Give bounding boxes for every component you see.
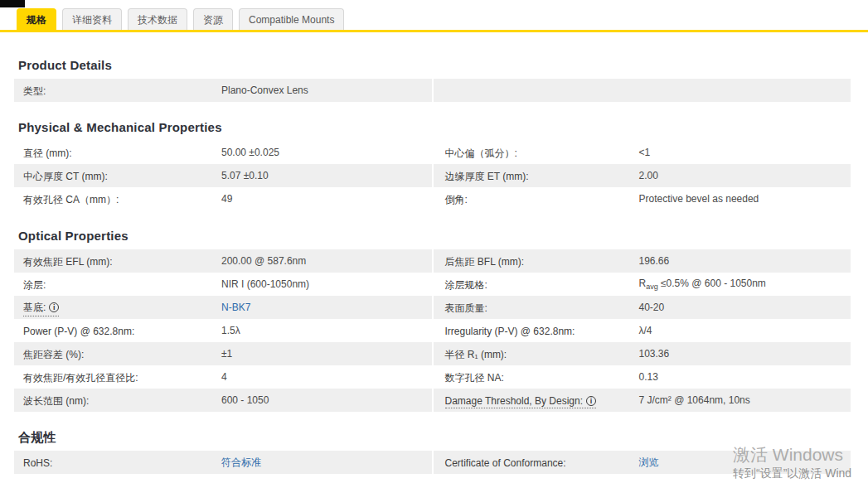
spec-cell: 涂层规格: Ravg ≤0.5% @ 600 - 1050nm: [434, 273, 851, 296]
tab-resources[interactable]: 资源: [193, 8, 233, 30]
spec-cell: Damage Threshold, By Design:i 7 J/cm² @ …: [434, 389, 851, 412]
table-row: 直径 (mm): 50.00 ±0.025 中心偏（弧分）: <1: [14, 141, 851, 164]
spec-value: 2.00: [639, 170, 658, 181]
spec-cell: 数字孔径 NA: 0.13: [434, 365, 851, 389]
tab-compatible-mounts[interactable]: Compatible Mounts: [239, 8, 344, 30]
table-row: 中心厚度 CT (mm): 5.07 ±0.10 边缘厚度 ET (mm): 2…: [14, 164, 851, 187]
spec-label: RoHS:: [23, 457, 52, 469]
spec-label: 半径 R₁ (mm):: [445, 349, 507, 360]
spec-label: 基底:: [23, 301, 46, 315]
coc-browse-link[interactable]: 浏览: [639, 456, 659, 470]
spec-cell-empty: [434, 79, 851, 102]
top-left-black-bar: [0, 0, 25, 7]
spec-cell: 表面质量: 40-20: [434, 296, 851, 319]
table-row: Power (P-V) @ 632.8nm: 1.5λ Irregularity…: [14, 319, 851, 342]
spec-value: 0.13: [639, 371, 658, 383]
spec-label: 类型:: [23, 85, 46, 97]
spec-label: Power (P-V) @ 632.8nm:: [23, 326, 134, 337]
spec-label: 有效焦距/有效孔径直径比:: [23, 372, 138, 384]
spec-cell: 焦距容差 (%): ±1: [14, 342, 432, 365]
spec-content: Product Details 类型: Plano-Convex Lens Ph…: [14, 32, 851, 474]
spec-value: NIR I (600-1050nm): [221, 278, 309, 290]
spec-value: Protective bevel as needed: [639, 193, 759, 205]
spec-label: 倒角:: [445, 194, 468, 205]
spec-cell: 涂层: NIR I (600-1050nm): [14, 273, 432, 296]
table-row: 类型: Plano-Convex Lens: [14, 79, 851, 102]
spec-cell: 中心厚度 CT (mm): 5.07 ±0.10: [14, 164, 432, 187]
spec-cell: 类型: Plano-Convex Lens: [14, 79, 432, 102]
tab-specifications[interactable]: 规格: [17, 8, 56, 30]
spec-label: 波长范围 (nm):: [23, 395, 89, 407]
rohs-compliant-link[interactable]: 符合标准: [221, 456, 261, 470]
spec-cell: RoHS: 符合标准: [14, 451, 432, 474]
spec-label: Certificate of Conformance:: [445, 457, 566, 469]
section-title-product-details: Product Details: [18, 58, 851, 72]
spec-label: Irregularity (P-V) @ 632.8nm:: [445, 326, 575, 337]
table-row: 有效孔径 CA（mm）: 49 倒角: Protective bevel as …: [14, 187, 851, 210]
spec-cell: 有效焦距/有效孔径直径比: 4: [14, 365, 432, 389]
table-row: RoHS: 符合标准 Certificate of Conformance: 浏…: [14, 451, 851, 474]
spec-value: 5.07 ±0.10: [221, 170, 269, 181]
spec-cell: 波长范围 (nm): 600 - 1050: [14, 389, 432, 412]
spec-value: 1.5λ: [221, 325, 240, 336]
spec-value: <1: [639, 147, 651, 158]
table-row: 涂层: NIR I (600-1050nm) 涂层规格: Ravg ≤0.5% …: [14, 273, 851, 296]
spec-label: 中心厚度 CT (mm):: [23, 171, 108, 182]
spec-cell: 后焦距 BFL (mm): 196.66: [434, 249, 851, 273]
spec-label: 直径 (mm):: [23, 147, 72, 159]
table-row: 焦距容差 (%): ±1 半径 R₁ (mm): 103.36: [14, 342, 851, 365]
windows-activation-watermark-line1: 激活 Windows: [733, 443, 843, 466]
tab-details[interactable]: 详细资料: [62, 8, 122, 30]
product-details-table: 类型: Plano-Convex Lens: [14, 79, 851, 102]
spec-cell: Power (P-V) @ 632.8nm: 1.5λ: [14, 319, 432, 342]
spec-label: 表面质量:: [445, 302, 487, 314]
table-row: 有效焦距 EFL (mm): 200.00 @ 587.6nm 后焦距 BFL …: [14, 249, 851, 273]
spec-value: λ/4: [639, 325, 652, 336]
spec-label: 后焦距 BFL (mm):: [445, 256, 525, 268]
spec-cell: 直径 (mm): 50.00 ±0.025: [14, 141, 432, 164]
spec-cell: 倒角: Protective bevel as needed: [434, 187, 851, 210]
info-icon[interactable]: i: [586, 396, 596, 406]
windows-activation-watermark-line2: 转到“设置”以激活 Wind: [733, 466, 851, 481]
spec-cell: 半径 R₁ (mm): 103.36: [434, 342, 851, 365]
spec-label: Damage Threshold, By Design:: [445, 395, 584, 407]
spec-value: 40-20: [639, 302, 665, 313]
tab-technical-data[interactable]: 技术数据: [128, 8, 187, 30]
damage-threshold-tooltip-trigger[interactable]: Damage Threshold, By Design:i: [445, 395, 597, 408]
spec-value: 50.00 ±0.025: [221, 147, 279, 158]
section-title-physical: Physical & Mechanical Properties: [18, 120, 851, 134]
compliance-table: RoHS: 符合标准 Certificate of Conformance: 浏…: [14, 451, 851, 474]
spec-value: Plano-Convex Lens: [221, 85, 308, 96]
spec-tab-bar: 规格 详细资料 技术数据 资源 Compatible Mounts: [17, 8, 344, 30]
substrate-tooltip-trigger[interactable]: 基底:i: [23, 301, 59, 316]
spec-label: 有效孔径 CA（mm）:: [23, 194, 119, 205]
spec-value-coating-spec: Ravg ≤0.5% @ 600 - 1050nm: [639, 278, 766, 291]
spec-label: 有效焦距 EFL (mm):: [23, 256, 113, 268]
section-title-compliance: 合规性: [18, 430, 851, 444]
spec-cell: 基底:i N-BK7: [14, 296, 432, 319]
spec-value: 600 - 1050: [221, 394, 269, 406]
spec-label: 边缘厚度 ET (mm):: [445, 171, 529, 182]
spec-cell: 有效孔径 CA（mm）: 49: [14, 187, 432, 210]
spec-label: 涂层规格:: [445, 279, 487, 291]
spec-cell: 边缘厚度 ET (mm): 2.00: [434, 164, 851, 187]
spec-value: 7 J/cm² @ 1064nm, 10ns: [639, 394, 750, 406]
substrate-nbk7-link[interactable]: N-BK7: [221, 302, 250, 313]
spec-value: 103.36: [639, 348, 670, 360]
spec-cell: 有效焦距 EFL (mm): 200.00 @ 587.6nm: [14, 249, 432, 273]
spec-value: 49: [221, 193, 232, 205]
table-row: 有效焦距/有效孔径直径比: 4 数字孔径 NA: 0.13: [14, 365, 851, 389]
spec-label: 涂层:: [23, 279, 46, 291]
section-title-optical: Optical Properties: [18, 229, 851, 243]
info-icon[interactable]: i: [49, 302, 59, 312]
spec-value: 4: [221, 371, 227, 383]
spec-value: 200.00 @ 587.6nm: [221, 255, 306, 267]
subscript-avg: avg: [646, 283, 658, 291]
spec-cell: 中心偏（弧分）: <1: [434, 141, 851, 164]
table-row: 基底:i N-BK7 表面质量: 40-20: [14, 296, 851, 319]
optical-properties-table: 有效焦距 EFL (mm): 200.00 @ 587.6nm 后焦距 BFL …: [14, 249, 851, 412]
spec-value: 196.66: [639, 255, 670, 267]
spec-cell: Irregularity (P-V) @ 632.8nm: λ/4: [434, 319, 851, 342]
spec-value: ±1: [221, 348, 232, 360]
table-row: 波长范围 (nm): 600 - 1050 Damage Threshold, …: [14, 389, 851, 412]
